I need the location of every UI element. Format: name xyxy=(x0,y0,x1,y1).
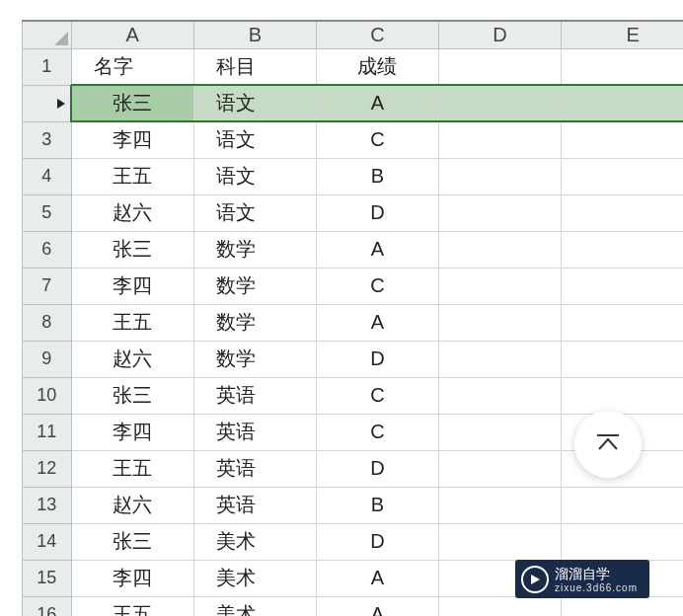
cell-subject[interactable]: 数学 xyxy=(193,304,316,341)
cell-score[interactable]: A xyxy=(316,560,438,596)
cell-subject[interactable]: 美术 xyxy=(193,560,316,596)
empty-cell[interactable] xyxy=(562,268,683,304)
cell-name[interactable]: 张三 xyxy=(71,231,193,268)
cell-name[interactable]: 张三 xyxy=(71,377,193,414)
row-header[interactable]: 12 xyxy=(23,450,72,487)
cell-subject[interactable]: 数学 xyxy=(193,341,316,377)
cell-score[interactable]: D xyxy=(316,341,438,377)
cell-score[interactable]: C xyxy=(316,268,438,304)
row-header[interactable]: 4 xyxy=(23,158,72,194)
cell-score[interactable]: A xyxy=(316,596,438,616)
empty-cell[interactable] xyxy=(439,231,562,268)
empty-cell[interactable] xyxy=(439,487,562,523)
empty-cell[interactable] xyxy=(439,377,562,414)
cell-name[interactable]: 赵六 xyxy=(71,194,193,231)
cell-subject[interactable]: 语文 xyxy=(193,194,316,231)
cell-subject[interactable]: 美术 xyxy=(193,596,316,616)
cell-score[interactable]: A xyxy=(316,231,438,268)
cell-name[interactable]: 李四 xyxy=(71,268,193,304)
empty-cell[interactable] xyxy=(562,48,683,85)
cell-name[interactable]: 李四 xyxy=(71,560,193,596)
cell-score[interactable]: D xyxy=(316,194,438,231)
cell-name[interactable]: 王五 xyxy=(71,158,193,194)
row-header[interactable]: 1 xyxy=(23,48,72,85)
row-header[interactable]: 15 xyxy=(23,560,72,596)
header-cell-name[interactable]: 名字 xyxy=(71,48,193,85)
cell-subject[interactable]: 数学 xyxy=(193,268,316,304)
empty-cell[interactable] xyxy=(439,523,562,560)
cell-name[interactable]: 王五 xyxy=(71,450,193,487)
spreadsheet[interactable]: A B C D E 1 名字 科目 成绩 张三语文A3李四语文C4王五语文B5赵… xyxy=(22,20,683,616)
empty-cell[interactable] xyxy=(562,194,683,231)
empty-cell[interactable] xyxy=(439,85,562,121)
cell-subject[interactable]: 英语 xyxy=(193,487,316,523)
column-header-E[interactable]: E xyxy=(562,21,683,48)
cell-score[interactable]: C xyxy=(316,414,438,450)
cell-subject[interactable]: 英语 xyxy=(193,414,316,450)
cell-name[interactable]: 赵六 xyxy=(71,487,193,523)
empty-cell[interactable] xyxy=(562,377,683,414)
empty-cell[interactable] xyxy=(439,48,562,85)
cell-subject[interactable]: 美术 xyxy=(193,523,316,560)
column-header-D[interactable]: D xyxy=(439,21,562,48)
cell-name[interactable]: 李四 xyxy=(71,414,193,450)
cell-score[interactable]: D xyxy=(316,450,438,487)
cell-score[interactable]: A xyxy=(316,85,438,121)
empty-cell[interactable] xyxy=(439,121,562,158)
column-header-B[interactable]: B xyxy=(193,21,316,48)
row-header[interactable]: 16 xyxy=(23,596,72,616)
empty-cell[interactable] xyxy=(562,487,683,523)
cell-name[interactable]: 张三 xyxy=(71,523,193,560)
empty-cell[interactable] xyxy=(439,268,562,304)
empty-cell[interactable] xyxy=(439,341,562,377)
cell-subject[interactable]: 语文 xyxy=(193,121,316,158)
cell-score[interactable]: C xyxy=(316,121,438,158)
empty-cell[interactable] xyxy=(562,304,683,341)
row-header[interactable]: 7 xyxy=(23,268,72,304)
header-cell-score[interactable]: 成绩 xyxy=(316,48,438,85)
cell-name[interactable]: 王五 xyxy=(71,596,193,616)
cell-score[interactable]: D xyxy=(316,523,438,560)
row-header[interactable]: 6 xyxy=(23,231,72,268)
empty-cell[interactable] xyxy=(439,450,562,487)
row-header[interactable]: 9 xyxy=(23,341,72,377)
cell-score[interactable]: B xyxy=(316,487,438,523)
empty-cell[interactable] xyxy=(439,194,562,231)
empty-cell[interactable] xyxy=(562,341,683,377)
row-header[interactable]: 14 xyxy=(23,523,72,560)
empty-cell[interactable] xyxy=(562,121,683,158)
row-header[interactable]: 8 xyxy=(23,304,72,341)
row-header[interactable]: 10 xyxy=(23,377,72,414)
cell-score[interactable]: C xyxy=(316,377,438,414)
empty-cell[interactable] xyxy=(439,158,562,194)
empty-cell[interactable] xyxy=(439,414,562,450)
cell-subject[interactable]: 英语 xyxy=(193,377,316,414)
header-cell-subject[interactable]: 科目 xyxy=(193,48,316,85)
cell-score[interactable]: A xyxy=(316,304,438,341)
empty-cell[interactable] xyxy=(439,596,562,616)
empty-cell[interactable] xyxy=(562,158,683,194)
row-header[interactable]: 5 xyxy=(23,194,72,231)
row-header[interactable]: 3 xyxy=(23,121,72,158)
empty-cell[interactable] xyxy=(562,231,683,268)
cell-subject[interactable]: 语文 xyxy=(193,85,316,121)
cell-subject[interactable]: 英语 xyxy=(193,450,316,487)
cell-name[interactable]: 张三 xyxy=(71,85,193,121)
cell-name[interactable]: 赵六 xyxy=(71,341,193,377)
cell-score[interactable]: B xyxy=(316,158,438,194)
empty-cell[interactable] xyxy=(562,85,683,121)
cell-name[interactable]: 王五 xyxy=(71,304,193,341)
empty-cell[interactable] xyxy=(562,596,683,616)
empty-cell[interactable] xyxy=(439,304,562,341)
cell-name[interactable]: 李四 xyxy=(71,121,193,158)
cell-subject[interactable]: 数学 xyxy=(193,231,316,268)
row-header[interactable]: 11 xyxy=(23,414,72,450)
empty-cell[interactable] xyxy=(562,523,683,560)
scroll-to-top-button[interactable] xyxy=(574,411,642,478)
cell-subject[interactable]: 语文 xyxy=(193,158,316,194)
column-header-C[interactable]: C xyxy=(316,21,438,48)
row-header[interactable] xyxy=(23,85,72,121)
column-header-A[interactable]: A xyxy=(71,21,193,48)
select-all-corner[interactable] xyxy=(23,21,72,48)
row-header[interactable]: 13 xyxy=(23,487,72,523)
